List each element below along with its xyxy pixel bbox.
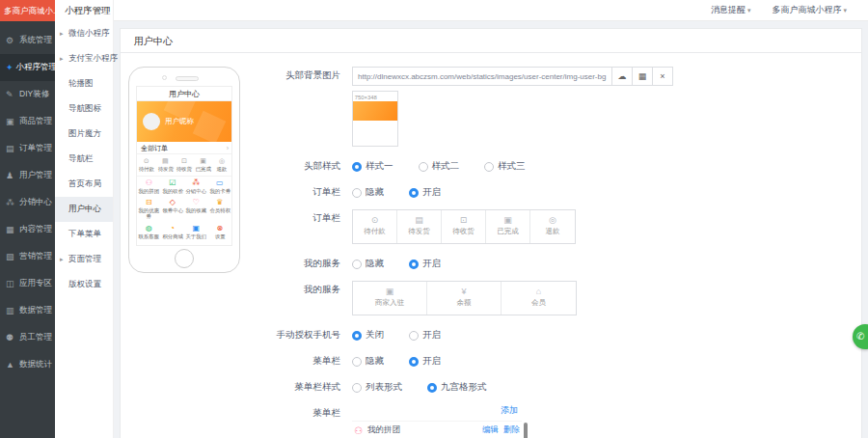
grid-item-icon: ▣ [184, 224, 208, 233]
cell-item-已完成: ▣已完成 [486, 210, 530, 243]
header-style-row: 头部样式 样式一样式二样式三 [259, 157, 861, 173]
grid-item-icon: ◔ [161, 224, 185, 233]
cell-icon: ⊙ [353, 214, 396, 226]
cell-label: 余额 [427, 298, 501, 308]
phone-grid-item[interactable]: ⁂分销中心 [184, 177, 208, 196]
submenu-item-label: 导航图标 [68, 103, 101, 115]
upload-icon[interactable]: ☁ [611, 67, 633, 86]
submenu-item-图片魔方[interactable]: 图片魔方 [55, 122, 113, 147]
submenu-item-支付宝小程序[interactable]: ▸支付宝小程序 [55, 46, 113, 71]
gallery-icon[interactable]: ▦ [632, 67, 653, 86]
radio-option-样式二[interactable]: 样式二 [419, 160, 460, 173]
phone-grid-item[interactable]: ◍联系客服 [137, 222, 161, 241]
chevron-down-icon: ▾ [843, 7, 847, 14]
phone-order-item[interactable]: ◎退款 [212, 156, 231, 174]
radio-option-隐藏[interactable]: 隐藏 [352, 355, 384, 368]
chevron-right-icon: › [227, 142, 231, 153]
phone-order-item[interactable]: ⊙待付款 [137, 156, 156, 174]
radio-option-隐藏[interactable]: 隐藏 [352, 258, 384, 270]
submenu-item-下单菜单[interactable]: 下单菜单 [55, 222, 113, 247]
submenu-item-用户中心[interactable]: 用户中心 [55, 197, 113, 222]
phone-grid-item[interactable]: ⊟我的优惠券 [137, 196, 161, 222]
clear-icon[interactable]: × [652, 67, 673, 86]
sidebar-item-商品管理[interactable]: ▣商品管理 [0, 108, 55, 135]
page-title: 用户中心 [121, 29, 861, 53]
header-bg-url-input[interactable] [352, 67, 612, 86]
notice-dropdown[interactable]: 消息提醒▾ [711, 4, 751, 16]
menu-icon: ▦ [6, 225, 16, 234]
radio-label: 开启 [422, 329, 441, 342]
submenu-item-微信小程序[interactable]: ▸微信小程序 [55, 21, 113, 46]
grid-item-icon: ◍ [137, 224, 161, 233]
phone-grid-item[interactable]: ♛会员特权 [208, 196, 232, 222]
radio-label: 开启 [422, 186, 441, 199]
phone-grid-item[interactable]: ▣关于我们 [184, 222, 208, 241]
radio-option-列表形式[interactable]: 列表形式 [352, 381, 402, 394]
phone-grid-item[interactable]: ◔积分商城 [161, 222, 185, 241]
radio-label: 隐藏 [366, 355, 384, 368]
field-label: 菜单栏 [259, 352, 352, 368]
field-label: 订单栏 [259, 209, 352, 244]
phone-order-item[interactable]: ▤待发货 [156, 156, 176, 174]
radio-option-隐藏[interactable]: 隐藏 [352, 186, 384, 199]
menu-list: 添加 ⚇我的拼团编辑删除☑我的砍价编辑删除⁂分销中心编辑删除▭我的卡券编辑删除⊟… [352, 404, 528, 438]
field-label: 手动授权手机号 [259, 326, 352, 342]
sidebar-item-应用专区[interactable]: ◫应用专区 [0, 270, 55, 297]
radio-option-开启[interactable]: 开启 [409, 186, 441, 199]
sidebar-item-内容管理[interactable]: ▦内容管理 [0, 216, 55, 243]
sidebar-item-数据统计[interactable]: ▲数据统计 [0, 351, 55, 378]
sidebar-item-分销中心[interactable]: ⁂分销中心 [0, 189, 55, 216]
radio-option-样式三[interactable]: 样式三 [484, 160, 526, 173]
submenu-item-导航图标[interactable]: 导航图标 [55, 96, 113, 122]
grid-item-icon: ⚇ [137, 178, 161, 188]
phone-order-item[interactable]: ▣已完成 [194, 156, 213, 174]
submenu-item-页面管理[interactable]: ▸页面管理 [55, 247, 113, 272]
header-style-radios: 样式一样式二样式三 [352, 157, 861, 173]
phone-order-item[interactable]: ⊡待收货 [175, 156, 194, 174]
sidebar-item-用户管理[interactable]: ♟用户管理 [0, 162, 55, 189]
phone-grid-item[interactable]: ♡我的收藏 [184, 196, 208, 222]
phone-grid-item[interactable]: ⊗设置 [208, 222, 232, 241]
phone-grid-item[interactable]: ◇领券中心 [161, 196, 185, 222]
sidebar-item-DIY装修[interactable]: ✎DIY装修 [0, 81, 55, 108]
add-menu-item-link[interactable]: 添加 [501, 405, 518, 415]
radio-option-关闭[interactable]: 关闭 [352, 329, 384, 342]
phone-home-button [175, 249, 194, 268]
delete-link[interactable]: 删除 [503, 424, 520, 436]
sidebar-item-小程序管理[interactable]: ✦小程序管理 [0, 54, 55, 81]
menu-list-scrollbar[interactable] [524, 423, 528, 438]
radio-option-开启[interactable]: 开启 [409, 329, 441, 342]
sidebar-item-营销管理[interactable]: ▧营销管理 [0, 243, 55, 270]
radio-option-开启[interactable]: 开启 [409, 258, 441, 270]
submenu-item-轮播图[interactable]: 轮播图 [55, 71, 113, 96]
edit-link[interactable]: 编辑 [482, 424, 499, 436]
sidebar-item-数据管理[interactable]: ▥数据管理 [0, 297, 55, 324]
submenu-item-导航栏[interactable]: 导航栏 [55, 147, 113, 172]
grid-item-label: 我的收藏 [185, 207, 206, 213]
all-orders-row[interactable]: 全部订单 › [137, 142, 231, 154]
grid-item-label: 领券中心 [162, 207, 183, 213]
phone-grid-item[interactable]: ☑我的砍价 [161, 177, 185, 196]
menu-icon: ♟ [6, 171, 16, 180]
main-content: 用户中心 用户中心 用户昵称 全部订单 › ⊙待付款▤待发货⊡待收货▣已完成◎退 [114, 21, 868, 438]
radio-icon [427, 383, 437, 393]
cell-icon: ◎ [530, 214, 575, 226]
sidebar-item-订单管理[interactable]: ▤订单管理 [0, 135, 55, 162]
radio-label: 隐藏 [366, 186, 384, 199]
phone-grid-item[interactable]: ▭我的卡券 [208, 177, 232, 196]
phone-grid-item[interactable]: ⚇我的拼团 [137, 177, 161, 196]
radio-option-开启[interactable]: 开启 [409, 355, 441, 368]
image-preview: 750×348 [352, 91, 398, 147]
chevron-right-icon: ▸ [60, 55, 64, 63]
radio-option-样式一[interactable]: 样式一 [352, 160, 393, 173]
order-status-icon: ⊡ [175, 156, 194, 165]
menu-icon: ▤ [6, 144, 16, 153]
submenu-item-版权设置[interactable]: 版权设置 [55, 272, 113, 297]
submenu-item-首页布局[interactable]: 首页布局 [55, 172, 113, 197]
radio-icon [409, 357, 419, 367]
phone-page-title: 用户中心 [137, 87, 231, 101]
sidebar-item-员工管理[interactable]: ⚉员工管理 [0, 324, 55, 351]
sidebar-item-系统管理[interactable]: ⚙系统管理 [0, 27, 55, 54]
radio-option-九宫格形式[interactable]: 九宫格形式 [427, 381, 487, 394]
account-dropdown[interactable]: 多商户商城小程序▾ [772, 4, 847, 16]
